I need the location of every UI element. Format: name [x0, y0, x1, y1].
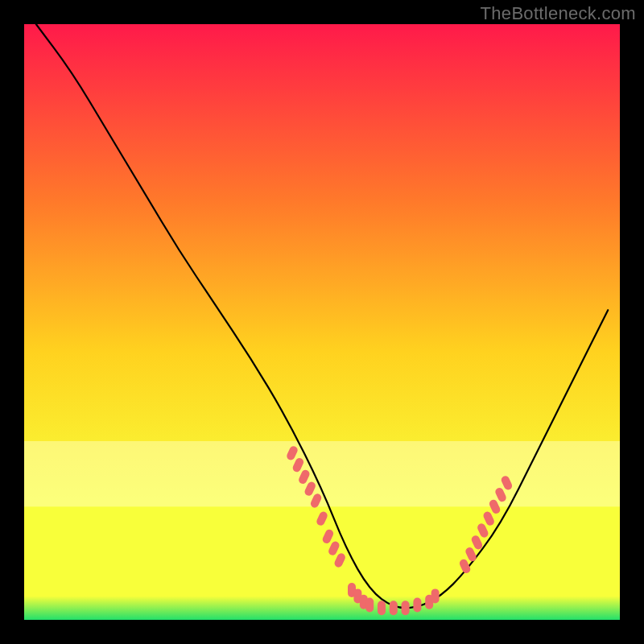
plot-area	[24, 24, 620, 620]
curve-marker	[390, 601, 398, 615]
curve-marker	[402, 601, 410, 615]
watermark-text: TheBottleneck.com	[481, 3, 636, 24]
curve-marker	[378, 601, 386, 615]
curve-marker	[431, 588, 440, 603]
chart-frame: TheBottleneck.com	[0, 0, 644, 644]
pale-band	[24, 441, 620, 506]
curve-marker	[413, 598, 421, 613]
curve-marker	[365, 598, 374, 613]
bottleneck-chart	[0, 0, 644, 644]
